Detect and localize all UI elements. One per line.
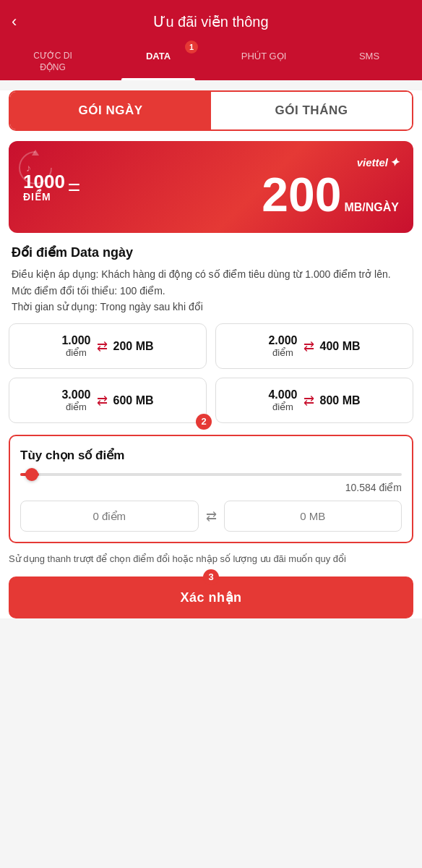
pkg2-num: 3.000: [61, 388, 90, 401]
step-badge-2: 2: [196, 414, 212, 430]
back-button[interactable]: ‹: [12, 12, 17, 31]
toggle-goi-thang[interactable]: GÓI THÁNG: [211, 92, 412, 129]
slider-thumb[interactable]: [25, 468, 38, 481]
package-card-3[interactable]: 4.000 điểm ⇄ 800 MB: [215, 378, 413, 423]
package-card-1[interactable]: 2.000 điểm ⇄ 400 MB: [215, 323, 413, 369]
points-input[interactable]: [20, 501, 199, 532]
custom-section: Tùy chọn số điểm 10.584 điểm ⇄: [9, 435, 413, 543]
pkg0-num: 1.000: [61, 334, 90, 347]
header: ‹ Ưu đãi viễn thông: [0, 0, 422, 43]
pkg1-num: 2.000: [268, 334, 297, 347]
mb-input[interactable]: [224, 501, 402, 532]
step-badge-3: 3: [203, 569, 219, 585]
pkg1-arrow: ⇄: [303, 339, 314, 354]
package-card-0[interactable]: 1.000 điểm ⇄ 200 MB: [9, 323, 207, 369]
slider-track[interactable]: [20, 473, 402, 476]
pkg3-num: 4.000: [268, 388, 297, 401]
tab-cuoc[interactable]: CƯỚC DI ĐỘNG: [0, 43, 106, 80]
pkg1-mb: 400 MB: [320, 340, 361, 353]
tabs-bar: CƯỚC DI ĐỘNG DATA 1 PHÚT GỌI SMS: [0, 43, 422, 80]
tab-phut[interactable]: PHÚT GỌI: [211, 43, 316, 80]
pkg0-arrow: ⇄: [97, 339, 108, 354]
pkg2-arrow: ⇄: [97, 393, 108, 409]
banner-mb-unit: MB/NGÀY: [344, 201, 399, 214]
banner-brand: viettel: [357, 156, 388, 169]
banner-mb-num: 200: [262, 171, 341, 218]
pkg3-arrow: ⇄: [303, 393, 314, 409]
tab-data[interactable]: DATA 1: [106, 43, 211, 80]
header-title: Ưu đãi viễn thông: [153, 13, 268, 30]
main-content: GÓI NGÀY GÓI THÁNG 1000 ĐIỂM = viettel ✦…: [0, 90, 422, 618]
section-title: Đổi điểm Data ngày: [12, 244, 410, 260]
pkg3-mb: 800 MB: [320, 394, 361, 407]
pkg0-label: điểm: [61, 347, 90, 358]
package-card-2[interactable]: 3.000 điểm ⇄ 600 MB 2: [9, 378, 207, 423]
slider-container: [20, 473, 402, 476]
section-desc: Điều kiện áp dụng: Khách hàng di động có…: [12, 266, 410, 315]
banner-points-label: ĐIỂM: [23, 191, 51, 203]
helper-text: Sử dụng thanh trượt để chọn điểm đổi hoặ…: [9, 552, 413, 566]
toggle-goi-ngay[interactable]: GÓI NGÀY: [10, 92, 211, 129]
packages-grid: 1.000 điểm ⇄ 200 MB 2.000 điểm ⇄ 400 MB …: [9, 323, 413, 423]
exchange-icon: ⇄: [206, 509, 217, 524]
pkg2-mb: 600 MB: [113, 394, 154, 407]
tab-sms[interactable]: SMS: [316, 43, 422, 80]
input-row: ⇄: [20, 501, 402, 532]
banner-equals: =: [68, 175, 81, 200]
tab-data-badge: 1: [185, 41, 198, 54]
banner: 1000 ĐIỂM = viettel ✦ 200 MB/NGÀY ♪: [9, 141, 413, 233]
pkg3-label: điểm: [268, 401, 297, 412]
pkg0-mb: 200 MB: [113, 340, 154, 353]
custom-title: Tùy chọn số điểm: [20, 448, 402, 463]
slider-value: 10.584 điểm: [20, 482, 402, 493]
toggle-container: GÓI NGÀY GÓI THÁNG: [9, 90, 413, 131]
pkg2-label: điểm: [61, 401, 90, 412]
banner-points-num: 1000: [23, 171, 65, 192]
pkg1-label: điểm: [268, 347, 297, 358]
